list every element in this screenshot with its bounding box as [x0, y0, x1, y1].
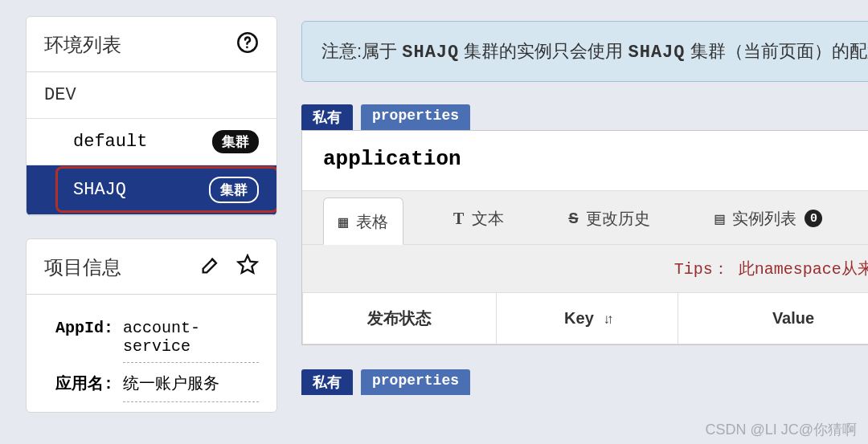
svg-rect-2 [203, 257, 219, 274]
cluster-name: default [73, 132, 147, 152]
namespace-block-2: 私有 properties [301, 369, 868, 395]
cluster-notice: 注意:属于 SHAJQ 集群的实例只会使用 SHAJQ 集群（当前页面）的配置, [301, 21, 868, 82]
tab-history[interactable]: S 更改历史 [554, 195, 665, 241]
text-icon: T [453, 210, 464, 228]
appid-label: AppId: [44, 311, 121, 363]
edit-icon[interactable] [199, 254, 222, 281]
tag-private: 私有 [301, 104, 353, 130]
appname-label: 应用名: [44, 365, 121, 402]
star-icon[interactable] [236, 254, 259, 281]
tag-properties: properties [361, 369, 470, 395]
col-key[interactable]: Key ↓↑ [497, 293, 678, 344]
appname-value: 统一账户服务 [123, 365, 259, 402]
cluster-name: SHAJQ [73, 180, 126, 200]
env-list-panel: 环境列表 DEV default 集群 SHAJQ 集群 [26, 16, 277, 216]
grid-icon: ▦ [338, 212, 348, 232]
env-list-title: 环境列表 [44, 32, 121, 58]
cluster-badge: 集群 [212, 130, 259, 153]
col-value: Value [678, 293, 868, 344]
namespace-block: 私有 properties application ▦ 表格 T 文本 S [301, 104, 868, 345]
cluster-row-default[interactable]: default 集群 [27, 119, 276, 165]
env-list-header: 环境列表 [27, 17, 276, 72]
project-info-table: AppId: account-service 应用名: 统一账户服务 [43, 309, 260, 404]
tab-instances[interactable]: ▤ 实例列表 0 [700, 195, 837, 241]
env-row-dev[interactable]: DEV [27, 72, 276, 119]
svg-point-1 [246, 46, 248, 48]
help-icon[interactable] [236, 31, 259, 59]
tag-properties: properties [361, 104, 470, 130]
namespace-tips: Tips： 此namespace从来没 [302, 245, 868, 293]
namespace-tabs: ▦ 表格 T 文本 S 更改历史 ▤ 实例列表 0 [302, 191, 868, 245]
watermark: CSDN @LI JC@你猜啊 [705, 420, 857, 439]
namespace-title: application [302, 131, 868, 191]
instances-count-badge: 0 [805, 210, 822, 227]
history-icon: S [568, 210, 578, 228]
col-status: 发布状态 [303, 293, 497, 344]
tag-private: 私有 [301, 369, 353, 395]
cluster-badge: 集群 [209, 177, 259, 203]
project-info-header: 项目信息 [27, 239, 276, 295]
sort-icon: ↓↑ [603, 312, 610, 327]
instances-icon: ▤ [714, 209, 724, 229]
tab-grid[interactable]: ▦ 表格 [323, 198, 403, 245]
appid-value: account-service [123, 311, 259, 363]
tab-text[interactable]: T 文本 [439, 195, 518, 241]
project-info-panel: 项目信息 AppId: account-service [26, 238, 277, 413]
cluster-row-shajq[interactable]: SHAJQ 集群 [27, 165, 276, 215]
project-info-title: 项目信息 [44, 255, 121, 280]
namespace-table: 发布状态 Key ↓↑ Value [302, 293, 868, 344]
